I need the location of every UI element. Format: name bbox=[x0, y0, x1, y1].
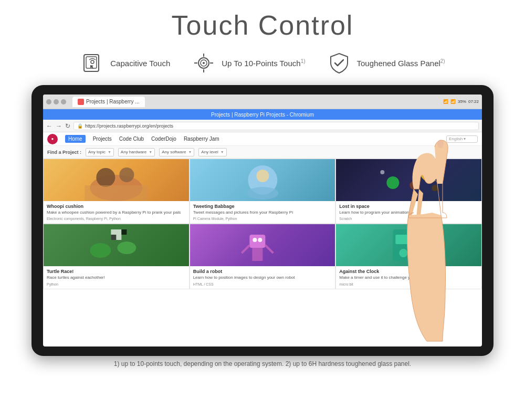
forward-button[interactable]: → bbox=[56, 122, 62, 130]
time-display: 07:22 bbox=[468, 99, 479, 104]
features-row: Capacitive Touch Up To 10-Points Touch1) bbox=[0, 46, 525, 83]
topic-filter[interactable]: Any topic ▼ bbox=[86, 148, 114, 156]
feature-capacitive: Capacitive Touch bbox=[80, 50, 170, 76]
whoopi-thumb bbox=[44, 159, 189, 201]
tweeting-desc: Tweet messages and pictures from your Ra… bbox=[193, 210, 332, 215]
tablet-wrapper: Projects | Raspberry ... 📶 📶 35% 07:22 P… bbox=[0, 85, 525, 356]
nav-home[interactable]: Home bbox=[65, 135, 86, 143]
software-filter[interactable]: Any software ▼ bbox=[159, 148, 194, 156]
svg-rect-27 bbox=[249, 235, 265, 248]
browser-address-bar: ← → ↻ 🔒 https://projects.raspberrypi.org… bbox=[43, 120, 482, 132]
svg-point-21 bbox=[381, 170, 385, 174]
project-robot[interactable]: Build a robot Learn how to position imag… bbox=[190, 224, 336, 289]
clock-tags: micro:bit bbox=[339, 282, 478, 286]
robot-thumb bbox=[190, 224, 335, 266]
space-info: Lost in space Learn how to program your … bbox=[336, 201, 481, 223]
turtle-thumb bbox=[44, 224, 189, 266]
robot-title: Build a robot bbox=[193, 269, 332, 274]
secure-icon: 🔒 bbox=[77, 123, 83, 129]
capacitive-label: Capacitive Touch bbox=[110, 59, 170, 68]
project-whoopi[interactable]: Whoopi cushion Make a whoopee cushion po… bbox=[43, 159, 190, 224]
rpi-logo: ● bbox=[47, 134, 58, 144]
filter-label: Find a Project : bbox=[47, 150, 81, 155]
language-selector[interactable]: English ▾ bbox=[446, 135, 478, 143]
browser-topbar: Projects | Raspberry ... 📶 📶 35% 07:22 bbox=[43, 94, 482, 109]
turtle-info: Turtle Race! Race turtles against eachot… bbox=[44, 266, 189, 288]
nav-codeclub[interactable]: Code Club bbox=[119, 136, 144, 142]
glass-label: Toughened Glass Panel2) bbox=[357, 58, 445, 68]
svg-rect-26 bbox=[111, 235, 116, 240]
feature-multitouch: Up To 10-Points Touch1) bbox=[191, 50, 305, 76]
svg-rect-25 bbox=[121, 229, 127, 235]
tweeting-info: Tweeting Babbage Tweet messages and pict… bbox=[190, 201, 335, 223]
nav-coderdojo[interactable]: CoderDojo bbox=[151, 136, 176, 142]
svg-point-18 bbox=[387, 176, 400, 189]
svg-point-20 bbox=[432, 185, 438, 191]
svg-line-31 bbox=[242, 245, 249, 253]
svg-point-5 bbox=[203, 62, 205, 64]
page-title: Touch Control bbox=[0, 9, 525, 41]
svg-point-16 bbox=[256, 170, 269, 182]
hardware-filter[interactable]: Any hardware ▼ bbox=[118, 148, 155, 156]
nav-raspjam[interactable]: Raspberry Jam bbox=[184, 136, 219, 142]
svg-rect-34 bbox=[396, 235, 412, 244]
svg-rect-13 bbox=[85, 185, 148, 201]
wifi-icon: 📶 bbox=[450, 99, 456, 104]
svg-point-29 bbox=[253, 238, 257, 242]
turtle-desc: Race turtles against eachother! bbox=[47, 275, 186, 280]
tweeting-thumb bbox=[190, 159, 335, 201]
svg-point-35 bbox=[400, 249, 408, 257]
whoopi-title: Whoopi cushion bbox=[47, 204, 186, 209]
project-space[interactable]: Lost in space Learn how to program your … bbox=[335, 159, 482, 224]
capacitive-touch-icon bbox=[80, 50, 105, 76]
svg-point-19 bbox=[410, 181, 418, 190]
space-desc: Learn how to program your animation! bbox=[339, 210, 478, 215]
project-clock[interactable]: Against the Clock Make a timer and use i… bbox=[335, 224, 482, 289]
refresh-button[interactable]: ↻ bbox=[65, 122, 70, 130]
bluetooth-icon: 📶 bbox=[443, 99, 448, 104]
clock-info: Against the Clock Make a timer and use i… bbox=[336, 266, 481, 288]
nav-projects[interactable]: Projects bbox=[93, 136, 112, 142]
clock-thumb bbox=[336, 224, 481, 266]
tablet-screen: Projects | Raspberry ... 📶 📶 35% 07:22 P… bbox=[43, 94, 482, 346]
whoopi-desc: Make a whoopee cushion powered by a Rasp… bbox=[47, 210, 186, 215]
level-filter[interactable]: Any level ▼ bbox=[198, 148, 226, 156]
browser-btn-2 bbox=[54, 99, 59, 104]
space-title: Lost in space bbox=[339, 204, 478, 209]
battery-icon: 35% bbox=[458, 99, 466, 104]
tablet-device: Projects | Raspberry ... 📶 📶 35% 07:22 P… bbox=[32, 85, 494, 356]
project-turtle[interactable]: Turtle Race! Race turtles against eachot… bbox=[43, 224, 190, 289]
back-button[interactable]: ← bbox=[46, 122, 52, 130]
clock-desc: Make a timer and use it to challenge you… bbox=[339, 275, 478, 280]
browser-btn-1 bbox=[46, 99, 51, 104]
tab-favicon bbox=[78, 99, 84, 105]
turtle-tags: Python bbox=[47, 282, 186, 286]
robot-tags: HTML / CSS bbox=[193, 282, 332, 286]
browser-title-text: Projects | Raspberry Pi Projects - Chrom… bbox=[211, 112, 314, 118]
footnote: 1) up to 10-points touch, depending on t… bbox=[0, 356, 525, 368]
svg-point-17 bbox=[421, 163, 439, 182]
project-tweeting[interactable]: Tweeting Babbage Tweet messages and pict… bbox=[190, 159, 336, 224]
svg-point-22 bbox=[90, 243, 111, 258]
projects-grid: Whoopi cushion Make a whoopee cushion po… bbox=[43, 159, 482, 289]
multitouch-label: Up To 10-Points Touch1) bbox=[222, 58, 305, 68]
browser-tab[interactable]: Projects | Raspberry ... bbox=[72, 97, 145, 107]
shield-icon bbox=[327, 50, 352, 76]
address-bar-input[interactable]: 🔒 https://projects.raspberrypi.org/en/pr… bbox=[74, 122, 479, 130]
space-tags: Scratch bbox=[339, 217, 478, 220]
browser-title-bar: Projects | Raspberry Pi Projects - Chrom… bbox=[43, 109, 482, 120]
turtle-title: Turtle Race! bbox=[47, 269, 186, 274]
svg-point-23 bbox=[117, 242, 136, 254]
svg-point-11 bbox=[96, 168, 115, 187]
feature-glass: Toughened Glass Panel2) bbox=[327, 50, 445, 76]
tweeting-title: Tweeting Babbage bbox=[193, 204, 332, 209]
svg-rect-36 bbox=[419, 232, 430, 258]
svg-point-15 bbox=[247, 187, 278, 200]
svg-point-12 bbox=[119, 167, 134, 182]
browser-btn-3 bbox=[61, 99, 66, 104]
svg-point-2 bbox=[91, 60, 94, 64]
whoopi-tags: Electronic components, Raspberry Pi, Pyt… bbox=[47, 217, 186, 220]
svg-point-30 bbox=[258, 238, 262, 242]
space-thumb bbox=[336, 159, 481, 201]
svg-line-32 bbox=[265, 245, 273, 253]
